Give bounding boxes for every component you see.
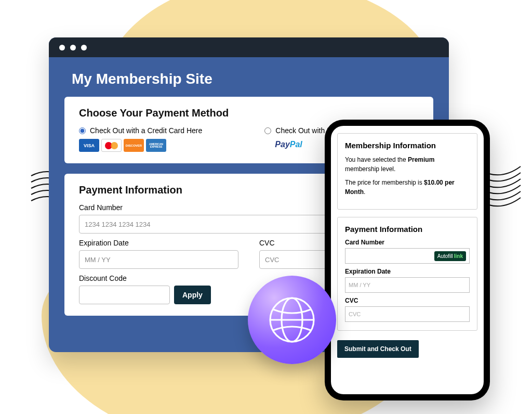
visa-icon: VISA <box>79 139 99 152</box>
membership-price-text: The price for membership is $10.00 per M… <box>345 178 470 197</box>
phone-frame: Membership Information You have selected… <box>325 120 490 400</box>
radio-credit-card-input[interactable] <box>79 127 86 134</box>
mobile-expiration-field[interactable] <box>345 277 470 293</box>
phone-screen: Membership Information You have selected… <box>331 126 484 394</box>
mobile-expiration-label: Expiration Date <box>345 268 470 275</box>
mobile-cvc-field[interactable] <box>345 306 470 322</box>
discover-icon: DISCOVER <box>124 139 144 152</box>
window-dot <box>59 45 65 50</box>
expiration-input[interactable] <box>85 256 233 264</box>
mobile-autofill-badge[interactable]: Autofilllink <box>434 251 466 261</box>
membership-info-heading: Membership Information <box>345 141 470 150</box>
globe-icon <box>266 294 318 346</box>
expiration-field[interactable] <box>79 250 238 269</box>
membership-info-card: Membership Information You have selected… <box>337 133 477 210</box>
mobile-payment-info-card: Payment Information Card Number Autofill… <box>337 217 477 331</box>
method-credit-card: Check Out with a Credit Card Here VISA D… <box>79 126 202 152</box>
amex-icon: AMERICAN EXPRESS <box>146 139 166 152</box>
mobile-cvc-input[interactable] <box>349 311 466 317</box>
mobile-card-number-label: Card Number <box>345 239 470 246</box>
browser-titlebar <box>49 37 449 57</box>
radio-credit-card-label: Check Out with a Credit Card Here <box>90 126 202 135</box>
window-dot <box>81 45 87 50</box>
discount-input[interactable] <box>85 291 164 299</box>
window-dot <box>70 45 76 50</box>
apply-button[interactable]: Apply <box>174 286 211 304</box>
radio-paypal-input[interactable] <box>264 127 271 134</box>
mobile-card-number-field[interactable]: Autofilllink <box>345 248 470 264</box>
site-title: My Membership Site <box>49 57 449 97</box>
mobile-payment-heading: Payment Information <box>345 225 470 234</box>
mobile-cvc-label: CVC <box>345 297 470 304</box>
mobile-expiration-input[interactable] <box>349 282 466 288</box>
submit-checkout-button[interactable]: Submit and Check Out <box>337 340 419 358</box>
globe-badge <box>248 276 336 364</box>
mobile-card-number-input[interactable] <box>349 253 434 259</box>
radio-credit-card[interactable]: Check Out with a Credit Card Here <box>79 126 202 135</box>
card-logos: VISA DISCOVER AMERICAN EXPRESS <box>79 139 202 152</box>
discount-field[interactable] <box>79 286 170 304</box>
payment-method-heading: Choose Your Payment Method <box>79 107 419 119</box>
mastercard-icon <box>101 139 122 152</box>
expiration-label: Expiration Date <box>79 239 238 247</box>
membership-selected-text: You have selected the Premium membership… <box>345 155 470 174</box>
